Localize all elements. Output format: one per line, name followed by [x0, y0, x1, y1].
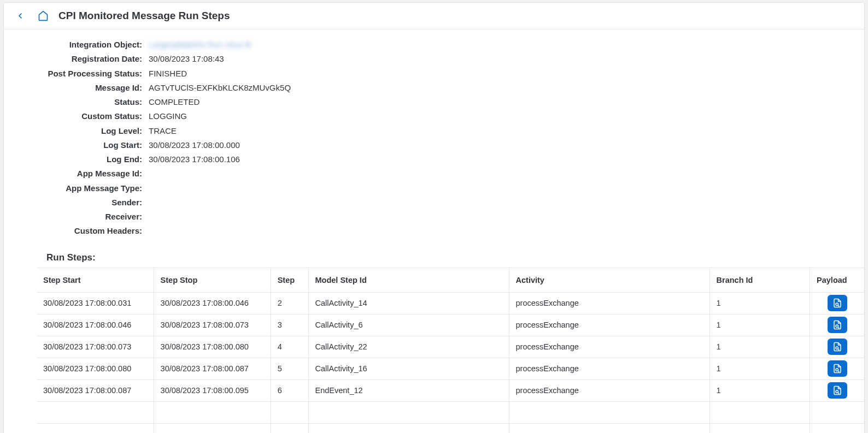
payload-icon [832, 342, 842, 352]
label-registration-date: Registration Date: [20, 52, 149, 65]
cell-activity: processExchange [509, 379, 709, 401]
value-message-id: AGTvTUClS-EXFKbKLCK8zMUvGk5Q [149, 81, 291, 94]
svg-line-3 [838, 327, 839, 328]
col-payload[interactable]: Payload [810, 268, 864, 293]
col-model-step-id[interactable]: Model Step Id [308, 268, 509, 293]
col-step-start[interactable]: Step Start [37, 268, 154, 293]
cell-branch-id: 1 [709, 379, 810, 401]
table-header-row: Step Start Step Stop Step Model Step Id … [37, 268, 864, 293]
label-app-message-type: App Message Type: [20, 182, 149, 194]
home-icon [38, 10, 49, 21]
cell-step: 4 [271, 336, 308, 358]
payload-icon [832, 298, 842, 308]
label-log-start: Log Start: [20, 139, 149, 151]
col-step-stop[interactable]: Step Stop [154, 268, 271, 293]
cell-payload [810, 314, 864, 336]
cell-step-start: 30/08/2023 17:08:00.046 [37, 314, 154, 336]
value-log-start: 30/08/2023 17:08:00.000 [149, 139, 240, 151]
label-integration-object: Integration Object: [20, 38, 149, 51]
value-log-end: 30/08/2023 17:08:00.106 [149, 153, 240, 165]
svg-line-9 [838, 393, 839, 394]
cell-activity: processExchange [509, 292, 709, 314]
details-block: Integration Object:LargespMatchn Run vSu… [4, 29, 864, 244]
col-step[interactable]: Step [271, 268, 308, 293]
payload-button[interactable] [828, 360, 847, 377]
table-row[interactable]: 30/08/2023 17:08:00.08730/08/2023 17:08:… [37, 379, 864, 401]
label-post-processing-status: Post Processing Status: [20, 67, 149, 80]
run-steps-section: Run Steps: Step Start Step Stop Step Mod… [37, 247, 864, 434]
cell-step-stop: 30/08/2023 17:08:00.095 [154, 379, 271, 401]
header-bar: CPI Monitored Message Run Steps [4, 3, 864, 29]
cell-step: 6 [271, 379, 308, 401]
svg-line-1 [838, 305, 839, 306]
payload-button[interactable] [828, 317, 847, 333]
cell-branch-id: 1 [709, 292, 810, 314]
home-button[interactable] [36, 8, 51, 23]
label-custom-headers: Custom Headers: [20, 224, 149, 237]
value-integration-object: LargespMatchn Run vSus B [149, 38, 251, 51]
table-row-empty [37, 423, 864, 433]
chevron-left-icon [16, 11, 25, 20]
run-steps-title: Run Steps: [37, 247, 864, 268]
cell-step: 5 [271, 358, 308, 379]
cell-payload [810, 358, 864, 379]
cell-step-start: 30/08/2023 17:08:00.087 [37, 379, 154, 401]
payload-icon [832, 385, 842, 395]
payload-icon [832, 320, 842, 330]
label-message-id: Message Id: [20, 81, 149, 94]
cell-payload [810, 336, 864, 358]
cell-step-stop: 30/08/2023 17:08:00.073 [154, 314, 271, 336]
payload-icon [832, 364, 842, 373]
table-row-empty [37, 401, 864, 423]
label-status: Status: [20, 96, 149, 108]
table-row[interactable]: 30/08/2023 17:08:00.07330/08/2023 17:08:… [37, 336, 864, 358]
cell-activity: processExchange [509, 314, 709, 336]
label-receiver: Receiver: [20, 210, 149, 223]
back-button[interactable] [13, 8, 28, 23]
cell-step-stop: 30/08/2023 17:08:00.087 [154, 358, 271, 379]
cell-model-step-id: CallActivity_22 [308, 336, 509, 358]
payload-button[interactable] [828, 339, 847, 355]
cell-activity: processExchange [509, 358, 709, 379]
svg-line-5 [838, 349, 839, 350]
cell-step-stop: 30/08/2023 17:08:00.080 [154, 336, 271, 358]
payload-button[interactable] [828, 295, 847, 311]
cell-payload [810, 379, 864, 401]
cell-model-step-id: CallActivity_14 [308, 292, 509, 314]
cell-step: 2 [271, 292, 308, 314]
label-custom-status: Custom Status: [20, 110, 149, 122]
run-steps-table: Step Start Step Stop Step Model Step Id … [37, 268, 864, 434]
cell-branch-id: 1 [709, 314, 810, 336]
table-row[interactable]: 30/08/2023 17:08:00.04630/08/2023 17:08:… [37, 314, 864, 336]
value-status: COMPLETED [149, 96, 200, 108]
cell-step-stop: 30/08/2023 17:08:00.046 [154, 292, 271, 314]
cell-payload [810, 292, 864, 314]
cell-branch-id: 1 [709, 358, 810, 379]
cell-branch-id: 1 [709, 336, 810, 358]
value-registration-date: 30/08/2023 17:08:43 [149, 52, 224, 65]
label-log-level: Log Level: [20, 124, 149, 137]
value-post-processing-status: FINISHED [149, 67, 187, 80]
col-branch-id[interactable]: Branch Id [709, 268, 810, 293]
label-app-message-id: App Message Id: [20, 167, 149, 180]
col-activity[interactable]: Activity [509, 268, 709, 293]
page-title: CPI Monitored Message Run Steps [58, 10, 230, 22]
label-sender: Sender: [20, 196, 149, 209]
cell-step-start: 30/08/2023 17:08:00.073 [37, 336, 154, 358]
cell-step-start: 30/08/2023 17:08:00.031 [37, 292, 154, 314]
value-log-level: TRACE [149, 124, 177, 137]
payload-button[interactable] [828, 382, 847, 399]
cell-model-step-id: CallActivity_16 [308, 358, 509, 379]
label-log-end: Log End: [20, 153, 149, 165]
cell-activity: processExchange [509, 336, 709, 358]
table-row[interactable]: 30/08/2023 17:08:00.08030/08/2023 17:08:… [37, 358, 864, 379]
table-row[interactable]: 30/08/2023 17:08:00.03130/08/2023 17:08:… [37, 292, 864, 314]
svg-line-7 [838, 371, 839, 372]
cell-model-step-id: EndEvent_12 [308, 379, 509, 401]
value-custom-status: LOGGING [149, 110, 187, 122]
cell-model-step-id: CallActivity_6 [308, 314, 509, 336]
cell-step: 3 [271, 314, 308, 336]
cell-step-start: 30/08/2023 17:08:00.080 [37, 358, 154, 379]
